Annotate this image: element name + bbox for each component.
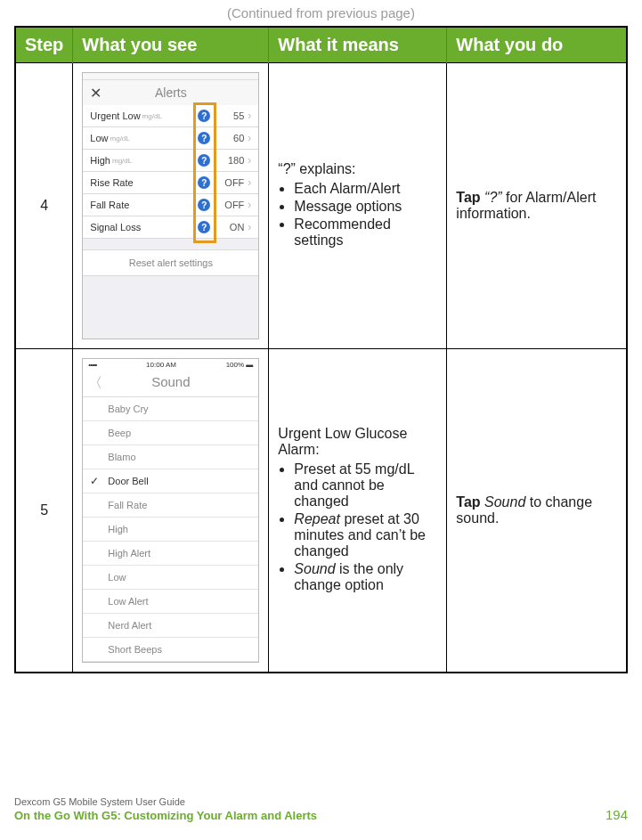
list-item: Repeat preset at 30 minutes and can’t be… <box>294 511 437 559</box>
alert-unit: mg/dL <box>110 135 130 143</box>
alert-label: Signal Loss <box>90 222 141 232</box>
alert-label: Rise Rate <box>90 177 133 188</box>
chevron-right-icon: › <box>248 199 251 211</box>
alert-label: Low <box>90 133 108 143</box>
list-item: Preset at 55 mg/dL and cannot be changed <box>294 461 437 510</box>
chevron-right-icon: › <box>248 132 251 144</box>
alert-value: 55 <box>217 110 244 121</box>
page-number: 194 <box>605 807 628 822</box>
alert-value: OFF <box>217 200 244 210</box>
sound-option[interactable]: High Alert <box>83 542 258 566</box>
action-verb: Tap <box>456 190 484 205</box>
alert-value: OFF <box>217 177 244 188</box>
status-time: 10:00 AM <box>146 361 176 369</box>
meaning-lead: “?” explains: <box>278 161 437 177</box>
alert-label: Fall Rate <box>90 200 129 210</box>
screen-header: 〈 Sound <box>83 371 258 397</box>
continued-label: (Continued from previous page) <box>14 5 628 20</box>
signal-icon: ••••• <box>88 361 96 369</box>
alert-row[interactable]: Urgent Lowmg/dL?55› <box>83 105 258 127</box>
screen-title: Sound <box>151 374 190 389</box>
sound-screen: ••••• 10:00 AM 100% ▬ 〈 Sound Baby CryBe… <box>82 358 259 663</box>
meaning-list: Preset at 55 mg/dL and cannot be changed… <box>294 461 437 593</box>
close-icon[interactable]: ✕ <box>90 85 102 102</box>
th-means: What it means <box>269 27 447 63</box>
th-do: What you do <box>447 27 627 63</box>
alert-row[interactable]: Rise Rate?OFF› <box>83 172 258 194</box>
help-icon[interactable]: ? <box>198 110 210 122</box>
help-icon[interactable]: ? <box>198 199 210 211</box>
sound-option[interactable]: High <box>83 518 258 542</box>
meaning-list: Each Alarm/AlertMessage optionsRecommend… <box>294 181 437 249</box>
back-icon[interactable]: 〈 <box>88 374 102 393</box>
help-icon[interactable]: ? <box>198 132 210 144</box>
alert-row[interactable]: Signal Loss?ON› <box>83 216 258 239</box>
status-bar: ••••• 10:00 AM 100% ▬ <box>83 359 258 371</box>
chevron-right-icon: › <box>248 176 251 189</box>
alert-value: ON <box>217 222 244 232</box>
screenshot-cell: ••••• 10:00 AM 100% ▬ 〈 Sound Baby CryBe… <box>73 349 269 673</box>
help-icon[interactable]: ? <box>198 221 210 233</box>
chapter-title: On the Go With G5: Customizing Your Alar… <box>14 809 628 822</box>
sound-option[interactable]: Low Alert <box>83 590 258 614</box>
status-battery: 100% ▬ <box>226 361 254 369</box>
alert-row[interactable]: Fall Rate?OFF› <box>83 194 258 216</box>
chevron-right-icon: › <box>248 154 251 167</box>
alert-value: 60 <box>217 133 244 143</box>
sound-option[interactable]: Nerd Alert <box>83 614 258 638</box>
chevron-right-icon: › <box>248 221 251 233</box>
meaning-lead: Urgent Low Glucose Alarm: <box>278 426 437 458</box>
alert-unit: mg/dL <box>142 112 162 120</box>
sound-option[interactable]: Beep <box>83 421 258 445</box>
list-item: Message options <box>294 199 437 215</box>
alert-value: 180 <box>217 155 244 166</box>
list-item: Each Alarm/Alert <box>294 181 437 197</box>
sound-option[interactable]: Low <box>83 566 258 590</box>
alert-row[interactable]: Highmg/dL?180› <box>83 150 258 172</box>
screenshot-cell: ✕ Alerts Urgent Lowmg/dL?55›Lowmg/dL?60›… <box>73 63 269 349</box>
alert-label: Urgent Low <box>90 110 140 121</box>
alert-unit: mg/dL <box>112 157 132 165</box>
table-row: 4 ✕ Alerts Urgent Lowmg/dL?55›Lowmg/dL?6… <box>15 63 627 349</box>
sound-option[interactable]: ✓Door Bell <box>83 469 258 493</box>
th-step: Step <box>15 27 73 63</box>
sound-option[interactable]: Baby Cry <box>83 397 258 421</box>
sound-option[interactable]: Blamo <box>83 445 258 469</box>
steps-table: Step What you see What it means What you… <box>14 26 628 673</box>
sound-option[interactable]: Fall Rate <box>83 493 258 518</box>
th-see: What you see <box>73 27 269 63</box>
help-icon[interactable]: ? <box>198 176 210 189</box>
help-icon[interactable]: ? <box>198 154 210 167</box>
alert-label: High <box>90 155 110 166</box>
action-cell: Tap Sound to change sound. <box>447 349 627 673</box>
table-row: 5 ••••• 10:00 AM 100% ▬ 〈 Sound Baby Cry… <box>15 349 627 673</box>
action-verb: Tap <box>456 494 484 510</box>
meaning-cell: “?” explains: Each Alarm/AlertMessage op… <box>269 63 447 349</box>
chevron-right-icon: › <box>248 110 251 122</box>
status-bar <box>83 73 258 80</box>
action-cell: Tap “?” for Alarm/Alert information. <box>447 63 627 349</box>
list-item: Sound is the only change option <box>294 561 437 593</box>
meaning-cell: Urgent Low Glucose Alarm: Preset at 55 m… <box>269 349 447 673</box>
step-number: 5 <box>15 349 73 673</box>
reset-alerts-button[interactable]: Reset alert settings <box>83 249 258 276</box>
alerts-screen: ✕ Alerts Urgent Lowmg/dL?55›Lowmg/dL?60›… <box>82 72 259 339</box>
step-number: 4 <box>15 63 73 349</box>
screen-title: Alerts <box>155 86 187 100</box>
alert-row[interactable]: Lowmg/dL?60› <box>83 127 258 150</box>
page-footer: Dexcom G5 Mobile System User Guide On th… <box>14 796 628 822</box>
guide-title: Dexcom G5 Mobile System User Guide <box>14 796 628 807</box>
action-target: Sound <box>484 494 525 510</box>
sound-option[interactable]: Short Beeps <box>83 638 258 662</box>
action-target: “?” <box>484 190 506 205</box>
check-icon: ✓ <box>90 475 99 487</box>
screen-header: ✕ Alerts <box>83 80 258 105</box>
list-item: Recommended settings <box>294 216 437 249</box>
